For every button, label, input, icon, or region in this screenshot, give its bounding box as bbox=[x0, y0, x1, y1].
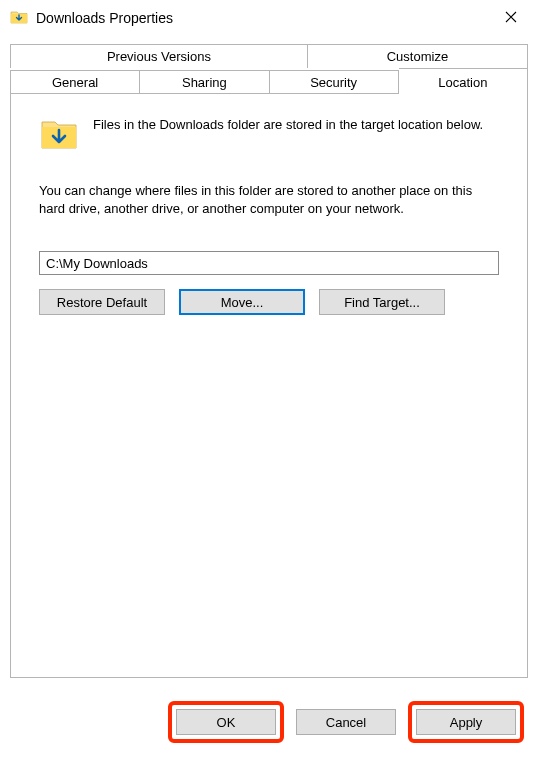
move-button[interactable]: Move... bbox=[179, 289, 305, 315]
ok-highlight: OK bbox=[168, 701, 284, 743]
close-button[interactable] bbox=[488, 2, 534, 34]
tab-security[interactable]: Security bbox=[270, 70, 399, 94]
location-path-input[interactable] bbox=[39, 251, 499, 275]
tab-strip: Previous Versions Customize General Shar… bbox=[10, 44, 528, 94]
description-row: Files in the Downloads folder are stored… bbox=[39, 114, 499, 154]
tab-sharing[interactable]: Sharing bbox=[140, 70, 269, 94]
action-button-row: Restore Default Move... Find Target... bbox=[39, 289, 499, 315]
titlebar: Downloads Properties bbox=[0, 0, 538, 36]
tab-location[interactable]: Location bbox=[399, 68, 528, 95]
find-target-button[interactable]: Find Target... bbox=[319, 289, 445, 315]
downloads-folder-large-icon bbox=[39, 114, 79, 154]
tab-row-back: Previous Versions Customize bbox=[10, 44, 528, 68]
tab-row-front: General Sharing Security Location bbox=[10, 68, 528, 94]
tab-general[interactable]: General bbox=[10, 70, 140, 94]
restore-default-button[interactable]: Restore Default bbox=[39, 289, 165, 315]
ok-button[interactable]: OK bbox=[176, 709, 276, 735]
titlebar-left: Downloads Properties bbox=[10, 8, 173, 29]
cancel-button[interactable]: Cancel bbox=[296, 709, 396, 735]
dialog-content: Previous Versions Customize General Shar… bbox=[0, 36, 538, 678]
window-title: Downloads Properties bbox=[36, 10, 173, 26]
tab-panel-location: Files in the Downloads folder are stored… bbox=[10, 93, 528, 678]
apply-highlight: Apply bbox=[408, 701, 524, 743]
downloads-folder-icon bbox=[10, 8, 28, 29]
tab-previous-versions[interactable]: Previous Versions bbox=[10, 44, 308, 68]
tab-customize[interactable]: Customize bbox=[308, 44, 528, 68]
change-location-text: You can change where files in this folde… bbox=[39, 182, 499, 217]
description-text: Files in the Downloads folder are stored… bbox=[93, 114, 483, 134]
apply-button[interactable]: Apply bbox=[416, 709, 516, 735]
dialog-footer: OK Cancel Apply bbox=[168, 701, 524, 743]
close-icon bbox=[505, 11, 517, 26]
